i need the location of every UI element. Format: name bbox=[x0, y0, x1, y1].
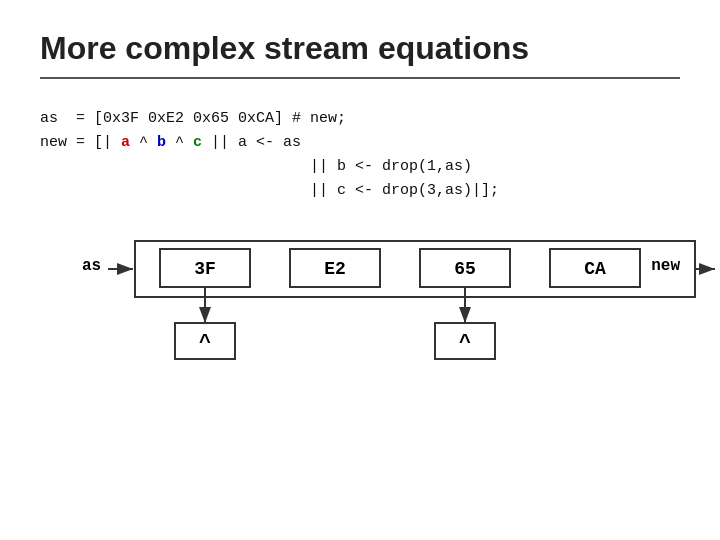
svg-rect-15 bbox=[435, 323, 495, 359]
svg-rect-7 bbox=[550, 249, 640, 287]
code-line-4: || c <- drop(3,as)|]; bbox=[40, 179, 680, 203]
diagram-svg: 3F E2 65 CA ^ ^ bbox=[80, 233, 720, 393]
svg-text:^: ^ bbox=[459, 331, 471, 354]
svg-text:65: 65 bbox=[454, 259, 476, 279]
svg-rect-3 bbox=[290, 249, 380, 287]
code-line-2: new = [| a ^ b ^ c || a <- as bbox=[40, 131, 680, 155]
code-as-label: as = [0x3F 0xE2 0x65 0xCA] bbox=[40, 110, 292, 127]
svg-text:E2: E2 bbox=[324, 259, 346, 279]
svg-text:3F: 3F bbox=[194, 259, 216, 279]
diagram: 3F E2 65 CA ^ ^ bbox=[80, 233, 680, 393]
code-line-3: || b <- drop(1,as) bbox=[40, 155, 680, 179]
code-line-1: as = [0x3F 0xE2 0x65 0xCA] # new; bbox=[40, 107, 680, 131]
svg-text:CA: CA bbox=[584, 259, 606, 279]
svg-rect-0 bbox=[135, 241, 695, 297]
as-label: as bbox=[82, 257, 101, 275]
new-label: new bbox=[651, 257, 680, 275]
svg-rect-5 bbox=[420, 249, 510, 287]
code-highlight-b: b bbox=[157, 134, 166, 151]
svg-text:^: ^ bbox=[199, 331, 211, 354]
slide-title: More complex stream equations bbox=[40, 30, 680, 67]
code-highlight-a: a bbox=[121, 134, 130, 151]
code-highlight-c: c bbox=[193, 134, 202, 151]
slide: More complex stream equations as = [0x3F… bbox=[0, 0, 720, 540]
svg-rect-13 bbox=[175, 323, 235, 359]
title-divider bbox=[40, 77, 680, 79]
code-hash-new: # new; bbox=[292, 110, 346, 127]
code-block: as = [0x3F 0xE2 0x65 0xCA] # new; new = … bbox=[40, 107, 680, 203]
svg-rect-1 bbox=[160, 249, 250, 287]
